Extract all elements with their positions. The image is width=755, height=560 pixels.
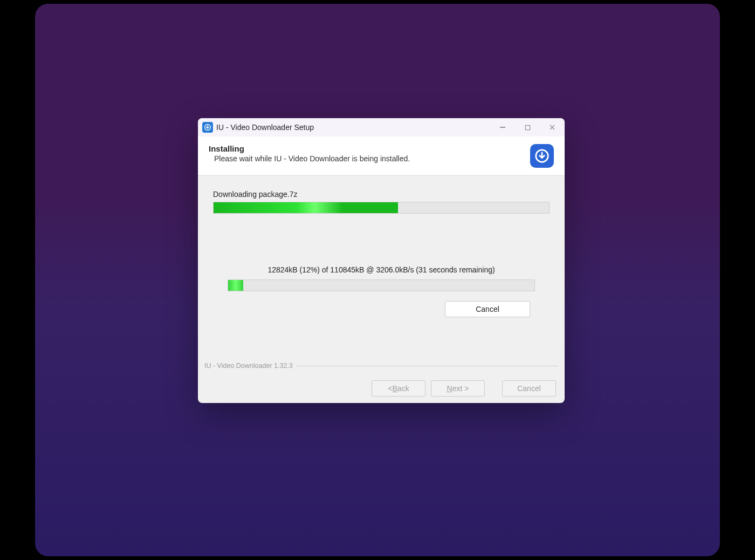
secondary-progress-fill [228,280,243,291]
secondary-progress-bar [228,279,535,291]
header: Installing Please wait while IU - Video … [198,136,565,176]
window-title: IU - Video Downloader Setup [216,123,314,132]
back-prefix: < [388,384,392,393]
main-progress-fill [214,202,398,213]
download-status-text: 12824kB (12%) of 110845kB @ 3206.0kB/s (… [213,265,550,274]
app-icon [202,122,213,133]
close-button[interactable] [540,118,565,136]
maximize-button[interactable] [515,118,540,136]
next-suffix: ext > [452,384,469,393]
brand-text: IU - Video Downloader 1.32.3 [204,362,296,370]
footer-button-row: < Back Next > Cancel [198,374,565,403]
back-mnemonic: B [393,384,397,393]
minimize-button[interactable] [490,118,515,136]
next-mnemonic: N [447,384,452,393]
back-suffix: ack [397,384,409,393]
download-task-label: Downloading package.7z [213,190,550,199]
main-progress-bar [213,202,550,214]
titlebar[interactable]: IU - Video Downloader Setup [198,118,565,136]
header-title: Installing [209,144,524,153]
installer-window: IU - Video Downloader Setup Installing P… [198,118,565,403]
back-button[interactable]: < Back [372,380,425,397]
header-subtitle: Please wait while IU - Video Downloader … [209,154,524,163]
footer-separator: IU - Video Downloader 1.32.3 [198,362,565,370]
next-button[interactable]: Next > [431,380,485,397]
body: Downloading package.7z 12824kB (12%) of … [198,176,565,403]
svg-rect-2 [525,125,530,129]
download-header-icon [530,144,554,168]
download-cancel-button[interactable]: Cancel [445,301,530,317]
footer-cancel-button[interactable]: Cancel [502,380,556,397]
desktop-background: IU - Video Downloader Setup Installing P… [35,4,720,556]
